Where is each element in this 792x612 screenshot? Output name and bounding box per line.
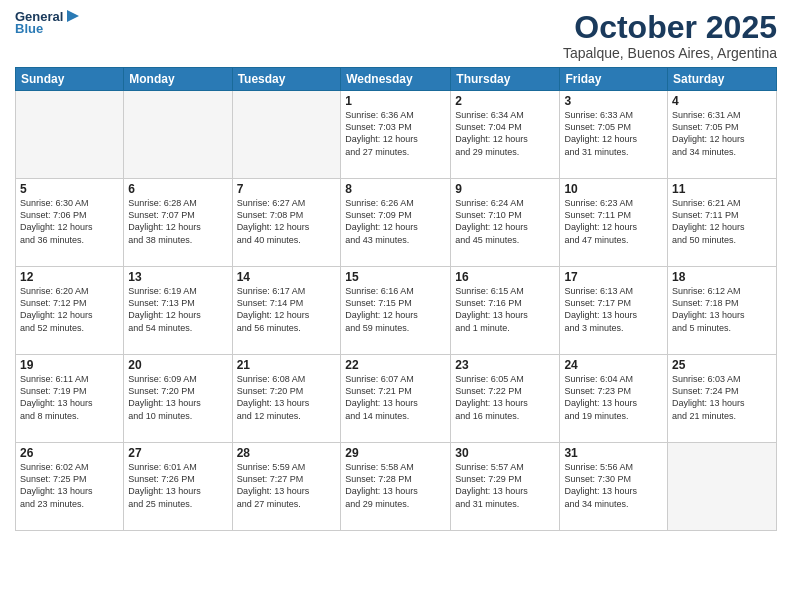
header-row: Sunday Monday Tuesday Wednesday Thursday… (16, 68, 777, 91)
day-detail: Sunrise: 5:57 AM Sunset: 7:29 PM Dayligh… (455, 461, 555, 510)
day-number: 24 (564, 358, 663, 372)
logo-text-box: General Blue (15, 10, 81, 37)
cell-w1-d6: 11Sunrise: 6:21 AM Sunset: 7:11 PM Dayli… (668, 179, 777, 267)
cell-w4-d2: 28Sunrise: 5:59 AM Sunset: 7:27 PM Dayli… (232, 443, 341, 531)
day-number: 5 (20, 182, 119, 196)
day-number: 7 (237, 182, 337, 196)
week-row-2: 12Sunrise: 6:20 AM Sunset: 7:12 PM Dayli… (16, 267, 777, 355)
col-friday: Friday (560, 68, 668, 91)
day-detail: Sunrise: 5:58 AM Sunset: 7:28 PM Dayligh… (345, 461, 446, 510)
cell-w2-d1: 13Sunrise: 6:19 AM Sunset: 7:13 PM Dayli… (124, 267, 232, 355)
day-detail: Sunrise: 6:09 AM Sunset: 7:20 PM Dayligh… (128, 373, 227, 422)
day-number: 14 (237, 270, 337, 284)
col-saturday: Saturday (668, 68, 777, 91)
cell-w0-d4: 2Sunrise: 6:34 AM Sunset: 7:04 PM Daylig… (451, 91, 560, 179)
col-tuesday: Tuesday (232, 68, 341, 91)
location: Tapalque, Buenos Aires, Argentina (563, 45, 777, 61)
day-detail: Sunrise: 6:26 AM Sunset: 7:09 PM Dayligh… (345, 197, 446, 246)
day-number: 17 (564, 270, 663, 284)
day-number: 10 (564, 182, 663, 196)
day-detail: Sunrise: 6:12 AM Sunset: 7:18 PM Dayligh… (672, 285, 772, 334)
day-detail: Sunrise: 6:03 AM Sunset: 7:24 PM Dayligh… (672, 373, 772, 422)
day-number: 16 (455, 270, 555, 284)
day-number: 11 (672, 182, 772, 196)
day-number: 28 (237, 446, 337, 460)
day-number: 1 (345, 94, 446, 108)
day-detail: Sunrise: 6:34 AM Sunset: 7:04 PM Dayligh… (455, 109, 555, 158)
day-number: 29 (345, 446, 446, 460)
day-detail: Sunrise: 6:19 AM Sunset: 7:13 PM Dayligh… (128, 285, 227, 334)
day-detail: Sunrise: 6:31 AM Sunset: 7:05 PM Dayligh… (672, 109, 772, 158)
day-number: 18 (672, 270, 772, 284)
cell-w3-d6: 25Sunrise: 6:03 AM Sunset: 7:24 PM Dayli… (668, 355, 777, 443)
day-detail: Sunrise: 6:07 AM Sunset: 7:21 PM Dayligh… (345, 373, 446, 422)
day-number: 30 (455, 446, 555, 460)
day-detail: Sunrise: 6:28 AM Sunset: 7:07 PM Dayligh… (128, 197, 227, 246)
day-detail: Sunrise: 6:16 AM Sunset: 7:15 PM Dayligh… (345, 285, 446, 334)
cell-w2-d5: 17Sunrise: 6:13 AM Sunset: 7:17 PM Dayli… (560, 267, 668, 355)
cell-w4-d4: 30Sunrise: 5:57 AM Sunset: 7:29 PM Dayli… (451, 443, 560, 531)
cell-w2-d6: 18Sunrise: 6:12 AM Sunset: 7:18 PM Dayli… (668, 267, 777, 355)
cell-w4-d1: 27Sunrise: 6:01 AM Sunset: 7:26 PM Dayli… (124, 443, 232, 531)
day-detail: Sunrise: 6:33 AM Sunset: 7:05 PM Dayligh… (564, 109, 663, 158)
day-number: 26 (20, 446, 119, 460)
day-detail: Sunrise: 6:15 AM Sunset: 7:16 PM Dayligh… (455, 285, 555, 334)
cell-w0-d3: 1Sunrise: 6:36 AM Sunset: 7:03 PM Daylig… (341, 91, 451, 179)
day-number: 20 (128, 358, 227, 372)
col-sunday: Sunday (16, 68, 124, 91)
cell-w1-d5: 10Sunrise: 6:23 AM Sunset: 7:11 PM Dayli… (560, 179, 668, 267)
week-row-0: 1Sunrise: 6:36 AM Sunset: 7:03 PM Daylig… (16, 91, 777, 179)
col-thursday: Thursday (451, 68, 560, 91)
day-number: 6 (128, 182, 227, 196)
day-number: 8 (345, 182, 446, 196)
day-number: 15 (345, 270, 446, 284)
day-number: 22 (345, 358, 446, 372)
cell-w3-d5: 24Sunrise: 6:04 AM Sunset: 7:23 PM Dayli… (560, 355, 668, 443)
day-number: 12 (20, 270, 119, 284)
day-detail: Sunrise: 6:24 AM Sunset: 7:10 PM Dayligh… (455, 197, 555, 246)
day-number: 23 (455, 358, 555, 372)
cell-w2-d2: 14Sunrise: 6:17 AM Sunset: 7:14 PM Dayli… (232, 267, 341, 355)
calendar-body: 1Sunrise: 6:36 AM Sunset: 7:03 PM Daylig… (16, 91, 777, 531)
day-detail: Sunrise: 5:56 AM Sunset: 7:30 PM Dayligh… (564, 461, 663, 510)
day-number: 9 (455, 182, 555, 196)
cell-w3-d1: 20Sunrise: 6:09 AM Sunset: 7:20 PM Dayli… (124, 355, 232, 443)
day-detail: Sunrise: 6:08 AM Sunset: 7:20 PM Dayligh… (237, 373, 337, 422)
logo: General Blue (15, 10, 81, 37)
week-row-3: 19Sunrise: 6:11 AM Sunset: 7:19 PM Dayli… (16, 355, 777, 443)
day-detail: Sunrise: 6:27 AM Sunset: 7:08 PM Dayligh… (237, 197, 337, 246)
svg-marker-0 (67, 10, 79, 22)
title-area: October 2025 Tapalque, Buenos Aires, Arg… (563, 10, 777, 61)
day-detail: Sunrise: 6:23 AM Sunset: 7:11 PM Dayligh… (564, 197, 663, 246)
day-number: 25 (672, 358, 772, 372)
cell-w2-d0: 12Sunrise: 6:20 AM Sunset: 7:12 PM Dayli… (16, 267, 124, 355)
day-detail: Sunrise: 6:20 AM Sunset: 7:12 PM Dayligh… (20, 285, 119, 334)
day-number: 21 (237, 358, 337, 372)
day-detail: Sunrise: 6:02 AM Sunset: 7:25 PM Dayligh… (20, 461, 119, 510)
day-detail: Sunrise: 6:05 AM Sunset: 7:22 PM Dayligh… (455, 373, 555, 422)
day-number: 31 (564, 446, 663, 460)
page: General Blue October 2025 Tapalque, Buen… (0, 0, 792, 612)
cell-w4-d6 (668, 443, 777, 531)
week-row-4: 26Sunrise: 6:02 AM Sunset: 7:25 PM Dayli… (16, 443, 777, 531)
cell-w0-d5: 3Sunrise: 6:33 AM Sunset: 7:05 PM Daylig… (560, 91, 668, 179)
day-number: 3 (564, 94, 663, 108)
cell-w0-d0 (16, 91, 124, 179)
day-detail: Sunrise: 6:11 AM Sunset: 7:19 PM Dayligh… (20, 373, 119, 422)
col-monday: Monday (124, 68, 232, 91)
day-number: 13 (128, 270, 227, 284)
day-detail: Sunrise: 6:01 AM Sunset: 7:26 PM Dayligh… (128, 461, 227, 510)
cell-w3-d0: 19Sunrise: 6:11 AM Sunset: 7:19 PM Dayli… (16, 355, 124, 443)
day-detail: Sunrise: 6:17 AM Sunset: 7:14 PM Dayligh… (237, 285, 337, 334)
cell-w0-d2 (232, 91, 341, 179)
month-title: October 2025 (563, 10, 777, 45)
cell-w4-d3: 29Sunrise: 5:58 AM Sunset: 7:28 PM Dayli… (341, 443, 451, 531)
day-detail: Sunrise: 6:36 AM Sunset: 7:03 PM Dayligh… (345, 109, 446, 158)
cell-w4-d0: 26Sunrise: 6:02 AM Sunset: 7:25 PM Dayli… (16, 443, 124, 531)
cell-w4-d5: 31Sunrise: 5:56 AM Sunset: 7:30 PM Dayli… (560, 443, 668, 531)
day-number: 27 (128, 446, 227, 460)
col-wednesday: Wednesday (341, 68, 451, 91)
day-number: 19 (20, 358, 119, 372)
week-row-1: 5Sunrise: 6:30 AM Sunset: 7:06 PM Daylig… (16, 179, 777, 267)
cell-w1-d4: 9Sunrise: 6:24 AM Sunset: 7:10 PM Daylig… (451, 179, 560, 267)
